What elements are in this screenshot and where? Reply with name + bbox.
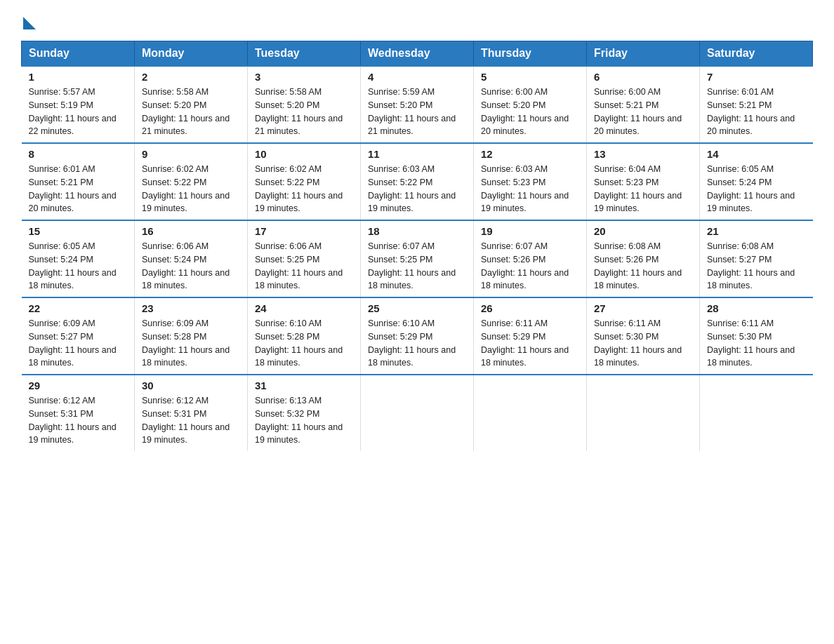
day-info: Sunrise: 6:12 AMSunset: 5:31 PMDaylight:… — [29, 394, 128, 447]
day-info: Sunrise: 6:09 AMSunset: 5:27 PMDaylight:… — [29, 317, 128, 370]
calendar-cell: 8Sunrise: 6:01 AMSunset: 5:21 PMDaylight… — [22, 143, 135, 220]
week-row: 8Sunrise: 6:01 AMSunset: 5:21 PMDaylight… — [22, 143, 813, 220]
day-number: 2 — [142, 71, 240, 83]
day-info: Sunrise: 6:05 AMSunset: 5:24 PMDaylight:… — [707, 163, 806, 215]
day-info: Sunrise: 5:59 AMSunset: 5:20 PMDaylight:… — [368, 86, 466, 138]
day-info: Sunrise: 6:06 AMSunset: 5:24 PMDaylight:… — [142, 240, 240, 293]
week-row: 15Sunrise: 6:05 AMSunset: 5:24 PMDayligh… — [22, 220, 813, 297]
day-info: Sunrise: 5:58 AMSunset: 5:20 PMDaylight:… — [142, 86, 240, 138]
logo — [21, 14, 36, 27]
calendar-cell — [361, 375, 474, 451]
day-number: 10 — [255, 148, 353, 160]
calendar-cell: 15Sunrise: 6:05 AMSunset: 5:24 PMDayligh… — [22, 220, 135, 297]
day-info: Sunrise: 6:07 AMSunset: 5:25 PMDaylight:… — [368, 240, 466, 293]
day-number: 13 — [594, 148, 692, 160]
calendar-cell: 7Sunrise: 6:01 AMSunset: 5:21 PMDaylight… — [700, 66, 813, 143]
day-number: 26 — [481, 302, 579, 314]
header-saturday: Saturday — [700, 41, 813, 67]
day-info: Sunrise: 6:11 AMSunset: 5:30 PMDaylight:… — [594, 317, 692, 370]
calendar-cell: 29Sunrise: 6:12 AMSunset: 5:31 PMDayligh… — [22, 375, 135, 451]
header-wednesday: Wednesday — [361, 41, 474, 67]
day-number: 27 — [594, 302, 692, 314]
day-number: 7 — [707, 71, 806, 83]
calendar-cell: 1Sunrise: 5:57 AMSunset: 5:19 PMDaylight… — [22, 66, 135, 143]
day-number: 16 — [142, 225, 240, 237]
page-header — [21, 14, 813, 27]
header-friday: Friday — [587, 41, 700, 67]
calendar-cell: 6Sunrise: 6:00 AMSunset: 5:21 PMDaylight… — [587, 66, 700, 143]
day-info: Sunrise: 6:03 AMSunset: 5:22 PMDaylight:… — [368, 163, 466, 215]
day-info: Sunrise: 6:10 AMSunset: 5:28 PMDaylight:… — [255, 317, 353, 370]
week-row: 22Sunrise: 6:09 AMSunset: 5:27 PMDayligh… — [22, 297, 813, 375]
calendar-cell: 26Sunrise: 6:11 AMSunset: 5:29 PMDayligh… — [474, 297, 587, 375]
calendar-cell — [474, 375, 587, 451]
day-info: Sunrise: 6:03 AMSunset: 5:23 PMDaylight:… — [481, 163, 579, 215]
day-number: 23 — [142, 302, 240, 314]
calendar-cell: 25Sunrise: 6:10 AMSunset: 5:29 PMDayligh… — [361, 297, 474, 375]
day-number: 17 — [255, 225, 353, 237]
calendar-cell: 16Sunrise: 6:06 AMSunset: 5:24 PMDayligh… — [135, 220, 248, 297]
day-number: 28 — [707, 302, 806, 314]
calendar-cell: 2Sunrise: 5:58 AMSunset: 5:20 PMDaylight… — [135, 66, 248, 143]
day-info: Sunrise: 6:07 AMSunset: 5:26 PMDaylight:… — [481, 240, 579, 293]
calendar-cell: 20Sunrise: 6:08 AMSunset: 5:26 PMDayligh… — [587, 220, 700, 297]
calendar-cell: 19Sunrise: 6:07 AMSunset: 5:26 PMDayligh… — [474, 220, 587, 297]
day-number: 21 — [707, 225, 806, 237]
day-number: 18 — [368, 225, 466, 237]
calendar-cell: 5Sunrise: 6:00 AMSunset: 5:20 PMDaylight… — [474, 66, 587, 143]
day-info: Sunrise: 6:00 AMSunset: 5:20 PMDaylight:… — [481, 86, 579, 138]
header-tuesday: Tuesday — [248, 41, 361, 67]
day-number: 19 — [481, 225, 579, 237]
calendar-cell: 12Sunrise: 6:03 AMSunset: 5:23 PMDayligh… — [474, 143, 587, 220]
day-number: 24 — [255, 302, 353, 314]
calendar-cell: 4Sunrise: 5:59 AMSunset: 5:20 PMDaylight… — [361, 66, 474, 143]
day-info: Sunrise: 6:09 AMSunset: 5:28 PMDaylight:… — [142, 317, 240, 370]
day-number: 30 — [142, 380, 240, 391]
logo-triangle-icon — [23, 17, 36, 29]
day-info: Sunrise: 6:12 AMSunset: 5:31 PMDaylight:… — [142, 394, 240, 447]
calendar-cell: 10Sunrise: 6:02 AMSunset: 5:22 PMDayligh… — [248, 143, 361, 220]
day-number: 15 — [29, 225, 128, 237]
calendar-cell: 18Sunrise: 6:07 AMSunset: 5:25 PMDayligh… — [361, 220, 474, 297]
calendar-table: SundayMondayTuesdayWednesdayThursdayFrid… — [21, 41, 813, 451]
header-sunday: Sunday — [22, 41, 135, 67]
day-info: Sunrise: 6:01 AMSunset: 5:21 PMDaylight:… — [707, 86, 806, 138]
calendar-cell: 28Sunrise: 6:11 AMSunset: 5:30 PMDayligh… — [700, 297, 813, 375]
day-info: Sunrise: 5:57 AMSunset: 5:19 PMDaylight:… — [29, 86, 128, 138]
day-number: 5 — [481, 71, 579, 83]
day-info: Sunrise: 6:11 AMSunset: 5:29 PMDaylight:… — [481, 317, 579, 370]
header-monday: Monday — [135, 41, 248, 67]
calendar-cell: 24Sunrise: 6:10 AMSunset: 5:28 PMDayligh… — [248, 297, 361, 375]
day-number: 22 — [29, 302, 128, 314]
day-number: 31 — [255, 380, 353, 391]
day-info: Sunrise: 6:04 AMSunset: 5:23 PMDaylight:… — [594, 163, 692, 215]
week-row: 29Sunrise: 6:12 AMSunset: 5:31 PMDayligh… — [22, 375, 813, 451]
day-number: 9 — [142, 148, 240, 160]
calendar-cell: 11Sunrise: 6:03 AMSunset: 5:22 PMDayligh… — [361, 143, 474, 220]
calendar-cell: 3Sunrise: 5:58 AMSunset: 5:20 PMDaylight… — [248, 66, 361, 143]
header-row: SundayMondayTuesdayWednesdayThursdayFrid… — [22, 41, 813, 67]
day-number: 14 — [707, 148, 806, 160]
day-number: 11 — [368, 148, 466, 160]
day-info: Sunrise: 6:11 AMSunset: 5:30 PMDaylight:… — [707, 317, 806, 370]
day-number: 8 — [29, 148, 128, 160]
day-info: Sunrise: 6:02 AMSunset: 5:22 PMDaylight:… — [142, 163, 240, 215]
day-number: 20 — [594, 225, 692, 237]
day-number: 25 — [368, 302, 466, 314]
day-number: 12 — [481, 148, 579, 160]
calendar-cell: 13Sunrise: 6:04 AMSunset: 5:23 PMDayligh… — [587, 143, 700, 220]
day-info: Sunrise: 6:08 AMSunset: 5:27 PMDaylight:… — [707, 240, 806, 293]
day-info: Sunrise: 6:08 AMSunset: 5:26 PMDaylight:… — [594, 240, 692, 293]
header-thursday: Thursday — [474, 41, 587, 67]
calendar-cell: 23Sunrise: 6:09 AMSunset: 5:28 PMDayligh… — [135, 297, 248, 375]
calendar-cell — [587, 375, 700, 451]
day-number: 6 — [594, 71, 692, 83]
day-info: Sunrise: 6:06 AMSunset: 5:25 PMDaylight:… — [255, 240, 353, 293]
day-number: 29 — [29, 380, 128, 391]
day-info: Sunrise: 6:02 AMSunset: 5:22 PMDaylight:… — [255, 163, 353, 215]
day-info: Sunrise: 5:58 AMSunset: 5:20 PMDaylight:… — [255, 86, 353, 138]
week-row: 1Sunrise: 5:57 AMSunset: 5:19 PMDaylight… — [22, 66, 813, 143]
calendar-cell: 21Sunrise: 6:08 AMSunset: 5:27 PMDayligh… — [700, 220, 813, 297]
calendar-header: SundayMondayTuesdayWednesdayThursdayFrid… — [22, 41, 813, 67]
day-number: 4 — [368, 71, 466, 83]
